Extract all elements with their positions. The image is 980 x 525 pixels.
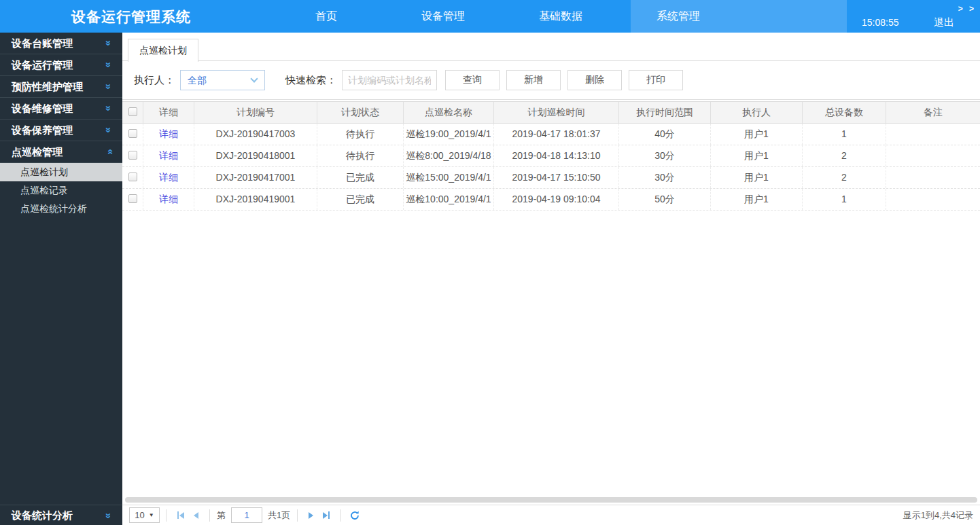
sidebar-item-5[interactable]: 设备保养管理» — [0, 120, 122, 141]
first-page-button[interactable] — [177, 511, 184, 519]
quick-search-label: 快速检索： — [285, 74, 336, 87]
table-row: 详细DXJ-20190417003待执行巡检19:00_2019/4/12019… — [122, 124, 980, 145]
clock: 15:08:55 — [862, 17, 899, 28]
tab-label: 点巡检计划 — [139, 45, 187, 56]
column-header-2: 计划编号 — [194, 102, 317, 123]
top-bar: 设备运行管理系统 首页设备管理基础数据系统管理 15:08:55 退出 > > — [0, 0, 980, 33]
topnav-item-3[interactable]: 基础数据 — [539, 10, 582, 24]
horizontal-scrollbar — [122, 496, 980, 505]
collapse-icon[interactable]: > > — [958, 4, 976, 14]
sidebar-subitem-3[interactable]: 点巡检统计分析 — [0, 200, 122, 218]
sidebar: 设备台账管理»设备运行管理»预防性维护管理»设备维修管理»设备保养管理»点巡检管… — [0, 33, 122, 525]
table-row: 详细DXJ-20190419001已完成巡检10:00_2019/4/12019… — [122, 189, 980, 211]
row-checkbox-cell — [122, 167, 143, 188]
detail-cell: 详细 — [143, 167, 194, 188]
cell-executor: 用户1 — [711, 189, 803, 210]
cell-device-count: 2 — [803, 167, 886, 188]
divider — [340, 509, 341, 522]
row-checkbox-cell — [122, 189, 143, 210]
cell-note — [886, 124, 980, 145]
chevron-double-down-icon: » — [104, 511, 114, 521]
sidebar-item-bottom[interactable]: 设备统计分析» — [0, 505, 122, 525]
next-page-button[interactable] — [309, 512, 313, 519]
topnav-item-2[interactable]: 设备管理 — [421, 10, 465, 24]
row-checkbox[interactable] — [128, 194, 137, 203]
chevron-double-up-icon: » — [104, 147, 114, 157]
record-summary: 显示1到4,共4记录 — [903, 509, 975, 522]
sidebar-item-label: 设备运行管理 — [12, 59, 73, 71]
cell-status: 已完成 — [317, 167, 404, 188]
main-content: 点巡检计划 执行人： 全部 快速检索： 查询新增删除打印 详细计划编号计划状态点… — [122, 33, 980, 525]
divider — [209, 509, 210, 522]
detail-cell: 详细 — [143, 124, 194, 145]
chevron-double-down-icon: » — [104, 38, 114, 48]
cell-plan-code: DXJ-20190419001 — [194, 189, 317, 210]
query-button[interactable]: 查询 — [445, 70, 500, 90]
grid-header-row: 详细计划编号计划状态点巡检名称计划巡检时间执行时间范围执行人总设备数备注 — [122, 101, 980, 124]
sidebar-item-label: 预防性维护管理 — [12, 81, 83, 92]
cell-plan-code: DXJ-20190417003 — [194, 124, 317, 145]
cell-duration: 30分 — [619, 167, 711, 188]
table-row: 详细DXJ-20190417001已完成巡检15:00_2019/4/12019… — [122, 167, 980, 189]
cell-status: 已完成 — [317, 189, 404, 210]
app-title: 设备运行管理系统 — [71, 7, 191, 26]
tab-inspection-plan[interactable]: 点巡检计划 — [128, 39, 198, 62]
sidebar-item-label: 点巡检管理 — [12, 146, 63, 158]
chevron-down-icon — [250, 75, 258, 82]
cell-name: 巡检10:00_2019/4/1 — [404, 189, 494, 210]
cell-executor: 用户1 — [711, 145, 803, 166]
chevron-double-down-icon: » — [104, 82, 114, 92]
cell-name: 巡检8:00_2019/4/18 — [404, 145, 494, 166]
delete-button[interactable]: 删除 — [567, 70, 622, 90]
page-prefix-label: 第 — [217, 509, 226, 522]
sidebar-item-label: 设备保养管理 — [12, 124, 73, 136]
print-button[interactable]: 打印 — [629, 70, 683, 90]
cell-note — [886, 145, 980, 166]
sidebar-item-2[interactable]: 设备运行管理» — [0, 54, 122, 76]
row-checkbox[interactable] — [128, 151, 137, 160]
select-all-checkbox[interactable] — [128, 107, 137, 116]
cell-executor: 用户1 — [711, 167, 803, 188]
page-number-input[interactable] — [231, 507, 262, 523]
sidebar-item-label: 设备维修管理 — [12, 103, 73, 114]
app-window: 设备运行管理系统 首页设备管理基础数据系统管理 15:08:55 退出 > > … — [0, 0, 980, 525]
sidebar-subitem-2[interactable]: 点巡检记录 — [0, 181, 122, 200]
horizontal-scrollbar-thumb[interactable] — [125, 497, 977, 503]
cell-duration: 50分 — [619, 189, 711, 210]
column-header-7: 执行人 — [711, 102, 803, 123]
add-button[interactable]: 新增 — [506, 70, 561, 90]
row-checkbox[interactable] — [128, 173, 137, 181]
cell-inspect-time: 2019-04-17 15:10:50 — [494, 167, 619, 188]
topnav-item-4[interactable]: 系统管理 — [657, 10, 700, 24]
refresh-icon[interactable] — [350, 511, 360, 520]
sidebar-subitem-1[interactable]: 点巡检计划 — [0, 163, 122, 181]
detail-link[interactable]: 详细 — [159, 128, 178, 139]
cell-plan-code: DXJ-20190417001 — [194, 167, 317, 188]
prev-page-button[interactable] — [194, 512, 198, 519]
detail-link[interactable]: 详细 — [159, 194, 178, 204]
sidebar-item-4[interactable]: 设备维修管理» — [0, 98, 122, 120]
column-header-6: 执行时间范围 — [619, 102, 711, 123]
row-checkbox[interactable] — [128, 129, 137, 138]
sidebar-item-6[interactable]: 点巡检管理» — [0, 141, 122, 163]
quick-search-input[interactable] — [342, 70, 437, 90]
executor-select[interactable]: 全部 — [180, 70, 265, 90]
row-checkbox-cell — [122, 145, 143, 166]
sidebar-item-label: 设备统计分析 — [12, 509, 73, 521]
detail-link[interactable]: 详细 — [159, 172, 178, 183]
detail-link[interactable]: 详细 — [159, 150, 178, 161]
page-size-select[interactable]: 10 ▼ — [129, 507, 160, 523]
page-size-value: 10 — [135, 510, 144, 520]
cell-plan-code: DXJ-20190418001 — [194, 145, 317, 166]
topnav-item-1[interactable]: 首页 — [315, 10, 337, 24]
cell-name: 巡检19:00_2019/4/1 — [404, 124, 494, 145]
column-header-1: 详细 — [143, 102, 194, 123]
sidebar-item-3[interactable]: 预防性维护管理» — [0, 76, 122, 98]
sidebar-item-1[interactable]: 设备台账管理» — [0, 33, 122, 54]
cell-executor: 用户1 — [711, 124, 803, 145]
logout-button[interactable]: 退出 — [934, 16, 954, 29]
cell-name: 巡检15:00_2019/4/1 — [404, 167, 494, 188]
last-page-button[interactable] — [323, 511, 330, 519]
cell-device-count: 1 — [803, 189, 886, 210]
column-header-9: 备注 — [886, 102, 980, 123]
